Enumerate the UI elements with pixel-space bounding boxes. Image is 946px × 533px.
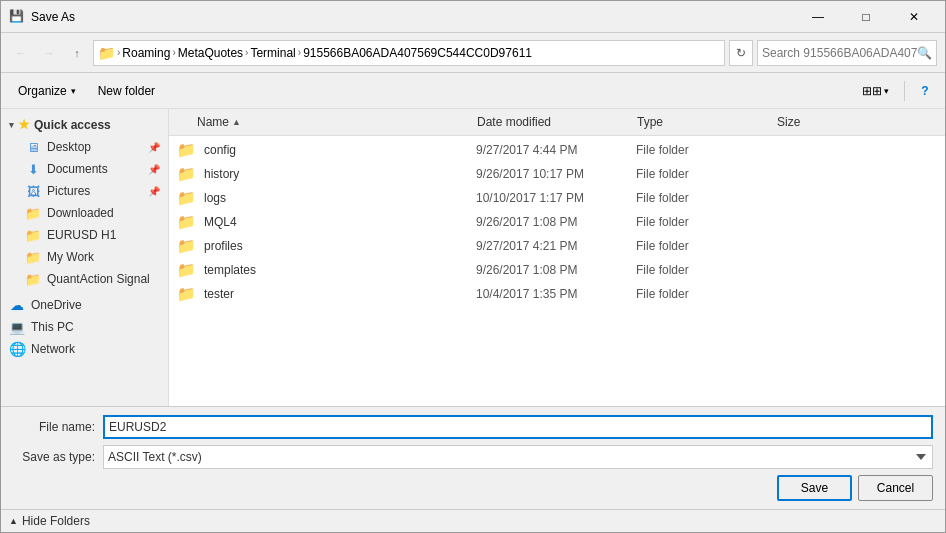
folder-icon: 📁 <box>177 261 196 279</box>
table-row[interactable]: 📁 templates 9/26/2017 1:08 PM File folde… <box>169 258 945 282</box>
path-terminal: Terminal <box>250 46 295 60</box>
thispc-label: This PC <box>31 320 160 334</box>
hide-folders-bar[interactable]: ▲ Hide Folders <box>1 509 945 532</box>
downloaded-label: Downloaded <box>47 206 160 220</box>
cancel-button[interactable]: Cancel <box>858 475 933 501</box>
folder-icon: 📁 <box>177 237 196 255</box>
pictures-pin-icon: 📌 <box>148 186 160 197</box>
quick-access-chevron-icon: ▾ <box>9 120 14 130</box>
save-as-dialog: 💾 Save As — □ ✕ ← → ↑ 📁 › Roaming › Meta… <box>0 0 946 533</box>
refresh-button[interactable]: ↻ <box>729 40 753 66</box>
address-bar: ← → ↑ 📁 › Roaming › MetaQuotes › Termina… <box>1 33 945 73</box>
mywork-icon: 📁 <box>25 249 41 265</box>
col-header-date[interactable]: Date modified <box>473 113 633 131</box>
sidebar-item-desktop[interactable]: 🖥 Desktop 📌 <box>1 136 168 158</box>
sidebar-item-mywork[interactable]: 📁 My Work <box>1 246 168 268</box>
table-row[interactable]: 📁 tester 10/4/2017 1:35 PM File folder <box>169 282 945 306</box>
path-folder-icon: 📁 <box>98 45 115 61</box>
table-row[interactable]: 📁 history 9/26/2017 10:17 PM File folder <box>169 162 945 186</box>
save-button[interactable]: Save <box>777 475 852 501</box>
path-chevron-4: › <box>298 47 301 58</box>
view-icon: ⊞⊞ <box>862 84 882 98</box>
search-box[interactable]: 🔍 <box>757 40 937 66</box>
action-row: Save Cancel <box>13 475 933 501</box>
thispc-icon: 💻 <box>9 319 25 335</box>
path-roaming: Roaming <box>122 46 170 60</box>
up-button[interactable]: ↑ <box>65 41 89 65</box>
dialog-icon: 💾 <box>9 9 25 25</box>
close-button[interactable]: ✕ <box>891 1 937 33</box>
back-button[interactable]: ← <box>9 41 33 65</box>
sidebar-item-quantaction[interactable]: 📁 QuantAction Signal <box>1 268 168 290</box>
quantaction-label: QuantAction Signal <box>47 272 160 286</box>
sidebar-item-onedrive[interactable]: ☁ OneDrive <box>1 294 168 316</box>
filename-row: File name: <box>13 415 933 439</box>
new-folder-button[interactable]: New folder <box>89 79 164 103</box>
desktop-label: Desktop <box>47 140 148 154</box>
forward-button[interactable]: → <box>37 41 61 65</box>
organize-button[interactable]: Organize ▾ <box>9 79 85 103</box>
desktop-icon: 🖥 <box>25 139 41 155</box>
desktop-pin-icon: 📌 <box>148 142 160 153</box>
onedrive-label: OneDrive <box>31 298 160 312</box>
onedrive-icon: ☁ <box>9 297 25 313</box>
col-header-type[interactable]: Type <box>633 113 773 131</box>
table-row[interactable]: 📁 logs 10/10/2017 1:17 PM File folder <box>169 186 945 210</box>
sidebar: ▾ ★ Quick access 🖥 Desktop 📌 ⬇ Documents… <box>1 109 169 406</box>
organize-chevron-icon: ▾ <box>71 86 76 96</box>
filename-label: File name: <box>13 420 103 434</box>
dialog-title: Save As <box>31 10 795 24</box>
path-chevron-2: › <box>172 47 175 58</box>
view-button[interactable]: ⊞⊞ ▾ <box>855 79 896 103</box>
hide-folders-chevron-icon: ▲ <box>9 516 18 526</box>
path-metaquotes: MetaQuotes <box>178 46 243 60</box>
folder-icon: 📁 <box>177 165 196 183</box>
sidebar-quick-access-header[interactable]: ▾ ★ Quick access <box>1 113 168 136</box>
file-area: Name ▲ Date modified Type Size 📁 config … <box>169 109 945 406</box>
sidebar-item-eurusd[interactable]: 📁 EURUSD H1 <box>1 224 168 246</box>
folder-icon: 📁 <box>177 141 196 159</box>
help-button[interactable]: ? <box>913 79 937 103</box>
eurusd-label: EURUSD H1 <box>47 228 160 242</box>
maximize-button[interactable]: □ <box>843 1 889 33</box>
filetype-select[interactable]: ASCII Text (*.csv) <box>103 445 933 469</box>
search-input[interactable] <box>762 46 917 60</box>
sidebar-item-pictures[interactable]: 🖼 Pictures 📌 <box>1 180 168 202</box>
hide-folders-label: Hide Folders <box>22 514 90 528</box>
path-guid: 915566BA06ADA407569C544CC0D97611 <box>303 46 532 60</box>
toolbar: Organize ▾ New folder ⊞⊞ ▾ ? <box>1 73 945 109</box>
col-header-name[interactable]: Name ▲ <box>193 113 473 131</box>
sidebar-item-documents[interactable]: ⬇ Documents 📌 <box>1 158 168 180</box>
mywork-label: My Work <box>47 250 160 264</box>
sidebar-item-thispc[interactable]: 💻 This PC <box>1 316 168 338</box>
col-header-size[interactable]: Size <box>773 113 873 131</box>
pictures-icon: 🖼 <box>25 183 41 199</box>
search-icon: 🔍 <box>917 46 932 60</box>
sidebar-item-network[interactable]: 🌐 Network <box>1 338 168 360</box>
folder-icon: 📁 <box>177 213 196 231</box>
name-sort-arrow: ▲ <box>232 117 241 127</box>
minimize-button[interactable]: — <box>795 1 841 33</box>
downloaded-icon: 📁 <box>25 205 41 221</box>
title-bar: 💾 Save As — □ ✕ <box>1 1 945 33</box>
address-path[interactable]: 📁 › Roaming › MetaQuotes › Terminal › 91… <box>93 40 725 66</box>
window-controls: — □ ✕ <box>795 1 937 33</box>
quick-access-star-icon: ★ <box>18 117 30 132</box>
path-chevron-3: › <box>245 47 248 58</box>
documents-label: Documents <box>47 162 148 176</box>
view-chevron-icon: ▾ <box>884 86 889 96</box>
folder-icon: 📁 <box>177 189 196 207</box>
eurusd-icon: 📁 <box>25 227 41 243</box>
table-row[interactable]: 📁 MQL4 9/26/2017 1:08 PM File folder <box>169 210 945 234</box>
table-row[interactable]: 📁 profiles 9/27/2017 4:21 PM File folder <box>169 234 945 258</box>
filename-input[interactable] <box>103 415 933 439</box>
main-area: ▾ ★ Quick access 🖥 Desktop 📌 ⬇ Documents… <box>1 109 945 406</box>
documents-icon: ⬇ <box>25 161 41 177</box>
sidebar-item-downloaded[interactable]: 📁 Downloaded <box>1 202 168 224</box>
path-chevron-1: › <box>117 47 120 58</box>
table-row[interactable]: 📁 config 9/27/2017 4:44 PM File folder <box>169 138 945 162</box>
folder-icon: 📁 <box>177 285 196 303</box>
file-list-header: Name ▲ Date modified Type Size <box>169 109 945 136</box>
filetype-label: Save as type: <box>13 450 103 464</box>
quick-access-label: Quick access <box>34 118 111 132</box>
